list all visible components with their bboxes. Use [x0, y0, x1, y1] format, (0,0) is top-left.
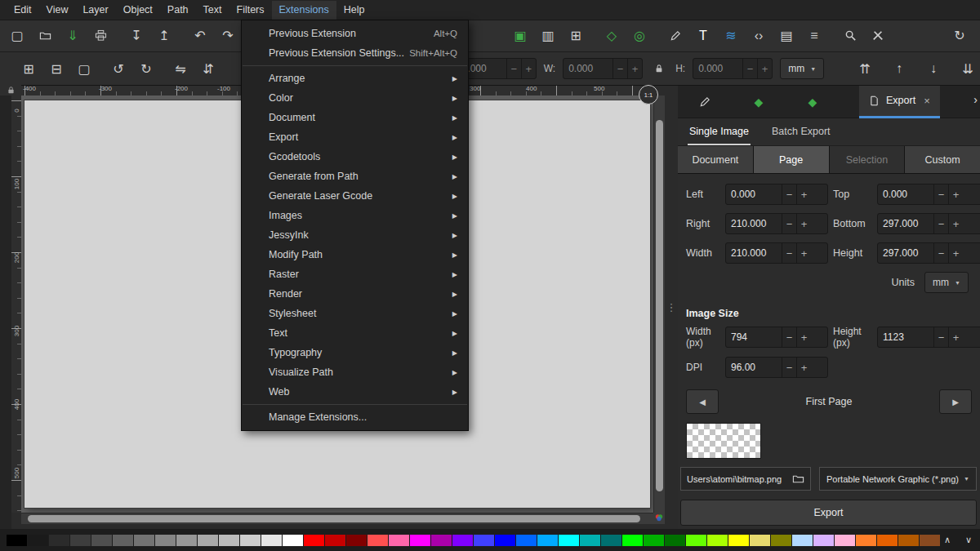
paste-in-place-icon[interactable]: ▣ — [508, 24, 532, 48]
palette-scroll-down-button[interactable]: ∨ — [960, 531, 977, 548]
palette-swatch[interactable] — [644, 535, 664, 546]
import-icon[interactable]: ↧ — [124, 24, 149, 48]
tab-extension-dialog-2[interactable]: ◆ — [799, 88, 826, 116]
decrement-button[interactable]: − — [782, 184, 796, 204]
close-icon[interactable]: × — [924, 95, 930, 107]
palette-swatch[interactable] — [898, 535, 919, 546]
spin-field[interactable]: 210.000−+ — [725, 242, 828, 264]
spin-field[interactable]: 0.000−+ — [877, 184, 980, 205]
tab-single-image[interactable]: Single Image — [688, 118, 751, 145]
palette-swatch[interactable] — [155, 535, 176, 546]
increment-button[interactable]: + — [627, 59, 642, 78]
palette-swatch[interactable] — [134, 535, 154, 546]
vertical-scrollbar[interactable] — [653, 96, 665, 513]
lock-width-height-icon[interactable] — [650, 56, 668, 81]
menu-item-manage-extensions[interactable]: Manage Extensions... — [242, 407, 468, 427]
decrement-button[interactable]: − — [933, 214, 948, 233]
menu-filters[interactable]: Filters — [229, 1, 272, 20]
menu-path[interactable]: Path — [160, 1, 196, 20]
fill-stroke-dialog-icon[interactable] — [663, 24, 688, 48]
zoom-indicator[interactable]: 1:1 — [639, 85, 658, 104]
palette-swatch[interactable] — [813, 535, 834, 546]
spin-value[interactable]: 210.000 — [726, 243, 782, 263]
rotate-ccw-icon[interactable]: ↺ — [106, 56, 131, 81]
palette-swatch[interactable] — [176, 535, 197, 546]
spin-value[interactable]: 0.000 — [878, 184, 933, 204]
select-all-icon[interactable]: ⊞ — [16, 56, 41, 81]
palette-swatch[interactable] — [7, 535, 27, 546]
spin-value[interactable]: 0.000 — [726, 184, 782, 204]
decrement-button[interactable]: − — [782, 214, 796, 233]
decrement-button[interactable]: − — [933, 243, 948, 263]
tab-export[interactable]: Export × — [859, 86, 940, 118]
decrement-button[interactable]: − — [933, 184, 948, 204]
menu-text[interactable]: Text — [196, 1, 229, 20]
increment-button[interactable]: + — [948, 327, 963, 347]
palette-swatch[interactable] — [707, 535, 728, 546]
increment-button[interactable]: + — [948, 184, 963, 204]
decrement-button[interactable]: − — [782, 243, 796, 263]
find-icon[interactable] — [838, 24, 862, 48]
palette-swatch[interactable] — [28, 535, 48, 546]
export-file-icon[interactable]: ↥ — [152, 24, 176, 48]
palette-swatch[interactable] — [877, 535, 898, 546]
menu-item-modify-path[interactable]: Modify Path▶ — [242, 245, 468, 264]
lower-icon[interactable]: ↓ — [921, 56, 946, 81]
menu-extensions[interactable]: Extensions — [272, 1, 336, 20]
palette-swatch[interactable] — [198, 535, 218, 546]
open-document-icon[interactable] — [33, 24, 57, 48]
palette-swatch[interactable] — [219, 535, 239, 546]
palette-swatch[interactable] — [474, 535, 494, 546]
menu-item-previous-extension[interactable]: Previous ExtensionAlt+Q — [242, 24, 468, 43]
spin-field[interactable]: 297.000−+ — [877, 242, 980, 264]
raise-icon[interactable]: ↑ — [887, 56, 911, 81]
palette-swatch[interactable] — [835, 535, 855, 546]
palette-swatch[interactable] — [516, 535, 537, 546]
menu-item-generate-from-path[interactable]: Generate from Path▶ — [242, 167, 468, 186]
save-document-icon[interactable]: ⇓ — [60, 24, 85, 48]
tab-fill-stroke-dialog[interactable] — [691, 88, 719, 116]
area-button-selection[interactable]: Selection — [830, 146, 906, 173]
area-button-page[interactable]: Page — [754, 146, 830, 173]
panel-overflow-icon[interactable]: › — [973, 93, 978, 106]
preferences-icon[interactable] — [866, 24, 890, 48]
decrement-button[interactable]: − — [933, 327, 948, 347]
menu-item-visualize-path[interactable]: Visualize Path▶ — [242, 362, 468, 382]
export-preview-thumbnail[interactable] — [686, 423, 761, 459]
area-button-custom[interactable]: Custom — [905, 146, 980, 173]
snap-options-icon[interactable]: ◎ — [627, 24, 652, 48]
spin-field[interactable]: 210.000−+ — [725, 213, 828, 234]
menu-item-gcodetools[interactable]: Gcodetools▶ — [242, 147, 468, 167]
rotate-cw-icon[interactable]: ↻ — [134, 56, 158, 81]
decrement-button[interactable]: − — [506, 59, 521, 78]
menu-item-stylesheet[interactable]: Stylesheet▶ — [242, 304, 468, 323]
spin-value[interactable]: 794 — [726, 327, 782, 347]
undo-icon[interactable]: ↶ — [188, 24, 212, 48]
redo-icon[interactable]: ↷ — [216, 24, 240, 48]
spin-field[interactable]: 0.000−+ — [725, 184, 828, 205]
palette-swatch[interactable] — [261, 535, 282, 546]
menu-item-previous-extension-settings[interactable]: Previous Extension Settings...Shift+Alt+… — [242, 43, 468, 63]
spin-value[interactable]: 1123 — [878, 327, 933, 347]
clone-icon[interactable]: ⊞ — [564, 24, 588, 48]
menu-edit[interactable]: Edit — [7, 1, 39, 20]
object-properties-icon[interactable]: ▤ — [774, 24, 799, 48]
increment-button[interactable]: + — [796, 184, 811, 204]
spin-value[interactable]: 96.00 — [726, 358, 782, 377]
palette-swatch[interactable] — [771, 535, 791, 546]
palette-swatch[interactable] — [580, 535, 600, 546]
spin-field[interactable]: 1123−+ — [877, 327, 980, 348]
spin-field[interactable]: 794−+ — [725, 327, 828, 348]
palette-swatch[interactable] — [495, 535, 515, 546]
spin-value[interactable]: 0.000 — [693, 59, 742, 78]
spin-field[interactable]: 0.000−+ — [563, 58, 643, 79]
palette-swatch[interactable] — [283, 535, 303, 546]
spin-value[interactable]: 297.000 — [878, 243, 933, 263]
vertical-scrollbar-thumb[interactable] — [656, 120, 663, 491]
palette-swatch[interactable] — [728, 535, 749, 546]
format-dropdown[interactable]: Portable Network Graphic (*.png) ▼ — [819, 467, 977, 491]
increment-button[interactable]: + — [521, 59, 536, 78]
palette-swatch[interactable] — [792, 535, 813, 546]
horizontal-scrollbar[interactable] — [21, 513, 653, 524]
menu-item-export[interactable]: Export▶ — [242, 127, 468, 147]
